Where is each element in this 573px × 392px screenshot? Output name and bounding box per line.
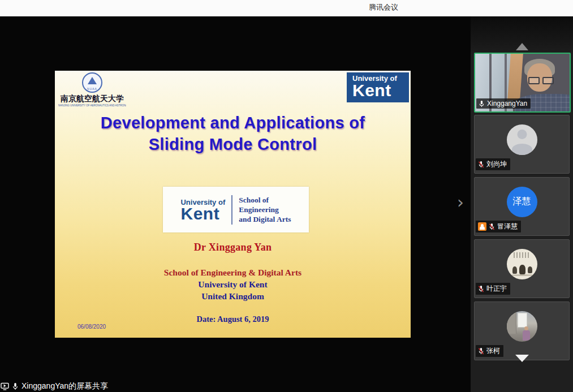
app-title: 腾讯会议 [369,2,398,12]
participant-name-tag: 张柯 [476,345,503,357]
screen-share-status: XinggangYan的屏幕共享 [1,381,108,392]
avatar-initials: 泽慧 [507,187,537,217]
participant-name-tag: 冒泽慧 [476,221,521,232]
shared-screen-area: NUAA 南京航空航天大学 NANJING UNIVERSITY OF AERO… [0,16,471,392]
microphone-icon [12,382,19,390]
mic-muted-icon [478,347,484,355]
participant-name-tag: 叶正宇 [476,283,510,295]
mic-muted-icon [478,161,484,168]
avatar-placeholder [507,124,537,155]
logo-divider [231,195,232,225]
participants-sidebar: XinggangYan 刘尚坤 泽慧 [471,16,573,392]
scroll-up-arrow-icon[interactable] [516,43,528,50]
slide-date: Date: August 6, 2019 [55,315,411,324]
avatar-photo [507,311,537,342]
mic-muted-icon [478,285,484,292]
kent-logo: University of Kent [347,72,409,102]
screen-share-label: XinggangYan的屏幕共享 [21,381,108,391]
scroll-down-arrow-icon[interactable] [515,355,529,362]
slide-title: Development and Applications of Sliding … [55,112,411,155]
nuaa-logo: NUAA 南京航空航天大学 NANJING UNIVERSITY OF AERO… [58,72,126,107]
nuaa-name-cn: 南京航空航天大学 [58,94,126,104]
host-badge-icon [478,222,486,231]
screen-share-icon [1,382,9,390]
participant-tile-liushangkun[interactable]: 刘尚坤 [474,115,570,174]
participant-tile-xinggangyan[interactable]: XinggangYan [474,53,571,113]
kent-school-logo: University of Kent School of Engineering… [163,187,309,232]
slide-author: Dr Xinggang Yan [55,242,411,253]
slide-affiliation: School of Engineering & Digital Arts Uni… [55,266,411,302]
participant-tile-yezhengyu[interactable]: 叶正宇 [474,239,570,298]
mic-on-icon [479,100,485,107]
nuaa-name-en: NANJING UNIVERSITY OF AERONAUTICS AND AS… [58,104,126,107]
participant-name-tag: XinggangYan [476,98,531,109]
avatar-photo [507,249,537,279]
nuaa-emblem-icon: NUAA [82,72,102,93]
title-bar: 腾讯会议 [0,0,573,16]
presentation-slide: NUAA 南京航空航天大学 NANJING UNIVERSITY OF AERO… [55,71,411,338]
participant-name-tag: 刘尚坤 [476,158,510,170]
participant-tile-maozehui[interactable]: 泽慧 冒泽慧 [474,177,570,236]
sidebar-collapse-chevron-icon[interactable]: › [457,194,464,211]
participant-tile-zhangke[interactable]: 张柯 [474,301,570,360]
slide-footer-date: 06/08/2020 [77,324,106,330]
mic-muted-icon [489,223,495,230]
meeting-window: 腾讯会议 NUAA 南京航空航天大学 NANJING UNIVERSITY OF… [0,0,573,392]
